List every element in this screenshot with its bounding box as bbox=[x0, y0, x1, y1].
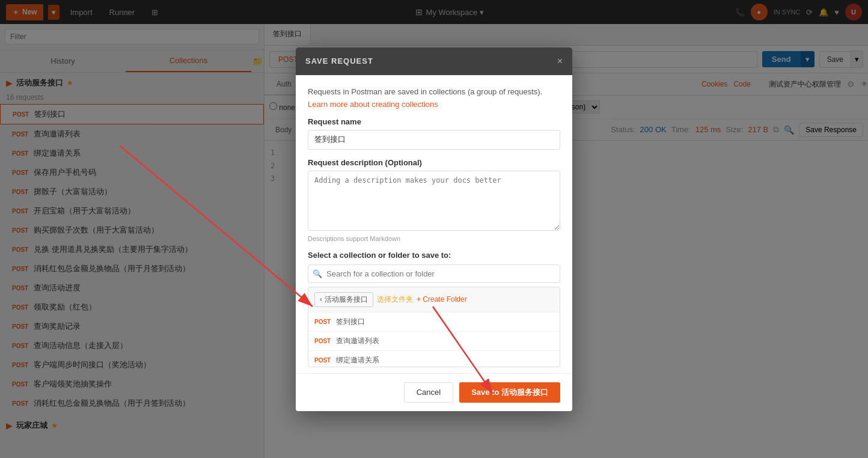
cancel-button[interactable]: Cancel bbox=[404, 382, 453, 403]
picker-collection-name: 活动服务接口 bbox=[325, 295, 368, 305]
picker-item[interactable]: POST 绑定邀请关系 bbox=[308, 351, 560, 367]
picker-choose-folder-label[interactable]: 选择文件夹 bbox=[377, 295, 413, 305]
collection-search-wrap: 🔍 bbox=[308, 264, 560, 283]
picker-list: POST 签到接口 POST 查询邀请列表 POST 绑定邀请关系 bbox=[308, 313, 560, 367]
picker-item-name: 签到接口 bbox=[336, 317, 365, 327]
request-name-label: Request name bbox=[308, 117, 560, 126]
picker-method-badge: POST bbox=[314, 338, 331, 344]
request-name-input[interactable] bbox=[308, 130, 560, 150]
request-desc-textarea[interactable] bbox=[308, 171, 560, 231]
picker-back-button[interactable]: ‹ 活动服务接口 bbox=[314, 292, 373, 307]
picker-header: ‹ 活动服务接口 选择文件夹 + Create Folder bbox=[308, 287, 560, 313]
modal-body: Requests in Postman are saved in collect… bbox=[296, 75, 572, 373]
chevron-left-icon: ‹ bbox=[320, 295, 322, 304]
collection-picker: ‹ 活动服务接口 选择文件夹 + Create Folder POST 签到接口… bbox=[308, 287, 560, 367]
picker-item[interactable]: POST 签到接口 bbox=[308, 313, 560, 332]
learn-more-link[interactable]: Learn more about creating collections bbox=[308, 100, 438, 109]
modal-footer: Cancel Save to 活动服务接口 bbox=[296, 373, 572, 411]
modal-header: SAVE REQUEST × bbox=[296, 47, 572, 75]
markdown-hint: Descriptions support Markdown bbox=[308, 235, 560, 242]
picker-item[interactable]: POST 查询邀请列表 bbox=[308, 332, 560, 351]
picker-method-badge: POST bbox=[314, 319, 331, 325]
save-to-button[interactable]: Save to 活动服务接口 bbox=[459, 382, 560, 403]
picker-item-name: 查询邀请列表 bbox=[336, 336, 379, 346]
modal-description: Requests in Postman are saved in collect… bbox=[308, 87, 560, 96]
picker-item-name: 绑定邀请关系 bbox=[336, 355, 379, 365]
modal-overlay: SAVE REQUEST × Requests in Postman are s… bbox=[0, 0, 868, 458]
collection-search-input[interactable] bbox=[308, 264, 560, 283]
request-desc-label: Request description (Optional) bbox=[308, 158, 560, 167]
modal-title: SAVE REQUEST bbox=[305, 56, 373, 66]
search-icon: 🔍 bbox=[313, 269, 322, 278]
save-request-modal: SAVE REQUEST × Requests in Postman are s… bbox=[296, 47, 572, 411]
create-folder-button[interactable]: + Create Folder bbox=[417, 295, 467, 304]
picker-method-badge: POST bbox=[314, 357, 331, 364]
select-collection-label: Select a collection or folder to save to… bbox=[308, 251, 560, 260]
modal-close-button[interactable]: × bbox=[557, 56, 563, 67]
